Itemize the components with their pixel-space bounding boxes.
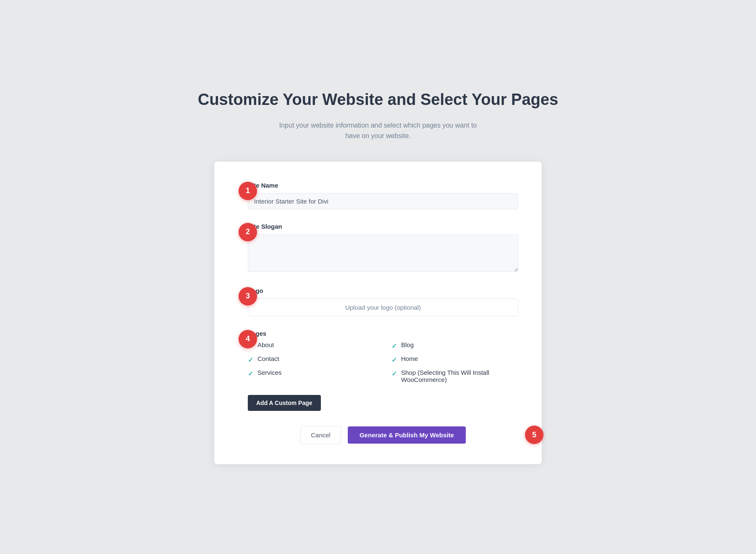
step-2-badge: 2: [239, 223, 257, 241]
site-name-input[interactable]: [248, 193, 518, 209]
cancel-button[interactable]: Cancel: [300, 426, 341, 444]
logo-upload-button[interactable]: Upload your logo (optional): [248, 298, 518, 316]
check-icon: ✓: [391, 370, 397, 378]
form-card: 1 Site Name 2 Site Slogan 3 Logo Upload …: [214, 162, 542, 464]
pages-grid: ✓ About ✓ Blog ✓ Contact ✓ Home ✓ Se: [248, 341, 518, 383]
check-icon: ✓: [391, 356, 397, 364]
site-slogan-textarea[interactable]: [248, 234, 518, 272]
list-item[interactable]: ✓ Contact: [248, 355, 375, 364]
list-item[interactable]: ✓ Home: [391, 355, 518, 364]
check-icon: ✓: [248, 370, 253, 378]
site-slogan-section: 2 Site Slogan: [248, 223, 518, 274]
site-name-section: 1 Site Name: [248, 182, 518, 209]
list-item[interactable]: ✓ Shop (Selecting This Will Install WooC…: [391, 369, 518, 383]
page-name-contact: Contact: [257, 355, 279, 362]
publish-button[interactable]: Generate & Publish My Website: [348, 426, 466, 444]
pages-label: Pages: [248, 330, 518, 337]
page-name-services: Services: [257, 369, 282, 376]
logo-section: 3 Logo Upload your logo (optional): [248, 287, 518, 316]
page-name-home: Home: [401, 355, 418, 362]
site-name-label: Site Name: [248, 182, 518, 189]
site-slogan-label: Site Slogan: [248, 223, 518, 230]
page-name-shop: Shop (Selecting This Will Install WooCom…: [401, 369, 518, 383]
step-4-badge: 4: [239, 330, 257, 348]
page-wrapper: Customize Your Website and Select Your P…: [189, 90, 567, 464]
page-title: Customize Your Website and Select Your P…: [198, 90, 558, 110]
step-5-badge: 5: [525, 426, 543, 444]
check-icon: ✓: [391, 342, 397, 350]
page-name-blog: Blog: [401, 341, 414, 348]
list-item[interactable]: ✓ Services: [248, 369, 375, 383]
page-subtitle: Input your website information and selec…: [273, 120, 483, 141]
logo-label: Logo: [248, 287, 518, 294]
check-icon: ✓: [248, 356, 253, 364]
page-name-about: About: [257, 341, 274, 348]
list-item[interactable]: ✓ About: [248, 341, 375, 350]
step-3-badge: 3: [239, 287, 257, 306]
step-1-badge: 1: [239, 182, 257, 200]
list-item[interactable]: ✓ Blog: [391, 341, 518, 350]
form-actions: Cancel Generate & Publish My Website 5: [248, 426, 518, 444]
add-custom-page-button[interactable]: Add A Custom Page: [248, 395, 321, 411]
pages-section: 4 Pages ✓ About ✓ Blog ✓ Contact ✓: [248, 330, 518, 411]
